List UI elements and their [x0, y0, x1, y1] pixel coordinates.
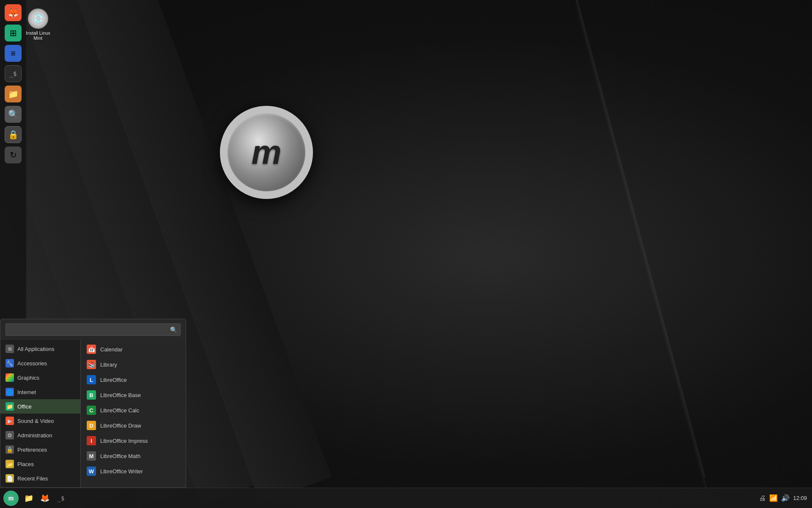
app-calendar[interactable]: 📅 Calendar: [81, 342, 186, 357]
category-all[interactable]: ⊞ All Applications: [0, 342, 80, 356]
category-all-label: All Applications: [17, 346, 54, 352]
administration-icon: ⚙: [5, 431, 14, 439]
menu-apps-list: 📅 Calendar 📚 Library L LibreOffice B Lib…: [81, 340, 186, 487]
libreoffice-calc-icon: C: [87, 406, 96, 415]
office-icon: 📁: [5, 402, 14, 411]
libreoffice-math-icon: M: [87, 451, 96, 461]
app-libreoffice-math[interactable]: M LibreOffice Math: [81, 448, 186, 464]
app-libreoffice-impress[interactable]: I LibreOffice Impress: [81, 433, 186, 448]
app-libreoffice-writer[interactable]: W LibreOffice Writer: [81, 464, 186, 479]
files-taskbar-icon: 📁: [24, 494, 33, 503]
category-sound-video-label: Sound & Video: [17, 418, 54, 424]
places-icon: 📂: [5, 460, 14, 468]
category-recent-files-label: Recent Files: [17, 475, 48, 482]
category-preferences[interactable]: 🔒 Preferences: [0, 442, 80, 457]
app-libreoffice[interactable]: L LibreOffice: [81, 372, 186, 387]
category-administration-label: Administration: [17, 432, 52, 439]
libreoffice-base-icon: B: [87, 390, 96, 400]
app-libreoffice-draw[interactable]: D LibreOffice Draw: [81, 418, 186, 433]
volume-icon[interactable]: 🔊: [781, 494, 790, 502]
category-preferences-label: Preferences: [17, 447, 47, 453]
sidebar-item-terminal[interactable]: _$: [5, 65, 22, 82]
all-apps-icon: ⊞: [5, 345, 14, 353]
install-linux-mint-label: Install Linux Mint: [21, 30, 55, 41]
app-libreoffice-calc-label: LibreOffice Calc: [100, 407, 139, 414]
terminal-taskbar-icon: _$: [58, 495, 65, 502]
app-menu: 🔍 ⊞ All Applications 🔧 Accessories Graph…: [0, 319, 186, 488]
calendar-icon: 📅: [87, 345, 96, 354]
taskbar: m 📁 🦊 _$ 🖨 📶 🔊 12:09: [0, 488, 812, 508]
sidebar-item-files[interactable]: 📁: [5, 86, 22, 102]
libreoffice-icon: L: [87, 375, 96, 384]
menu-categories: ⊞ All Applications 🔧 Accessories Graphic…: [0, 340, 81, 487]
libreoffice-impress-icon: I: [87, 436, 96, 445]
sidebar-item-lock[interactable]: 🔒: [5, 126, 22, 143]
app-libreoffice-base-label: LibreOffice Base: [100, 392, 141, 398]
menu-content: ⊞ All Applications 🔧 Accessories Graphic…: [0, 340, 186, 487]
mint-logo-letter: m: [251, 135, 281, 169]
recent-files-icon: 📄: [5, 474, 14, 483]
category-office[interactable]: 📁 Office: [0, 399, 80, 414]
sidebar-item-software-manager[interactable]: ⊞: [5, 25, 22, 41]
menu-search-bar: 🔍: [0, 319, 186, 340]
taskbar-firefox-button[interactable]: 🦊: [37, 491, 52, 506]
accessories-icon: 🔧: [5, 359, 14, 367]
desktop-icon-install[interactable]: 💿 Install Linux Mint: [21, 8, 55, 41]
sidebar-item-app8[interactable]: ↻: [5, 146, 22, 163]
category-internet[interactable]: 🌐 Internet: [0, 385, 80, 399]
category-administration[interactable]: ⚙ Administration: [0, 428, 80, 442]
libreoffice-draw-icon: D: [87, 421, 96, 430]
desktop: m 💿 Install Linux Mint 🦊 ⊞ ≡ _$ 📁 🔍 🔒 ↻ …: [0, 0, 812, 508]
category-accessories-label: Accessories: [17, 360, 47, 367]
app-libreoffice-label: LibreOffice: [100, 377, 127, 383]
app-library[interactable]: 📚 Library: [81, 357, 186, 372]
internet-icon: 🌐: [5, 388, 14, 396]
mint-logo: m: [211, 93, 321, 212]
taskbar-files-button[interactable]: 📁: [21, 491, 36, 506]
sidebar-item-firefox[interactable]: 🦊: [5, 4, 22, 21]
install-linux-mint-icon: 💿: [28, 8, 48, 29]
network-icon[interactable]: 📶: [769, 494, 778, 502]
app-calendar-label: Calendar: [100, 346, 123, 353]
libreoffice-writer-icon: W: [87, 467, 96, 476]
printer-icon[interactable]: 🖨: [759, 494, 766, 502]
category-places[interactable]: 📂 Places: [0, 457, 80, 471]
firefox-taskbar-icon: 🦊: [40, 494, 49, 503]
bg-blade-r3: [576, 8, 709, 500]
sidebar-item-search[interactable]: 🔍: [5, 106, 22, 123]
taskbar-right: 🖨 📶 🔊 12:09: [754, 494, 812, 502]
category-recent-files[interactable]: 📄 Recent Files: [0, 471, 80, 486]
category-office-label: Office: [17, 403, 32, 410]
category-graphics-label: Graphics: [17, 375, 39, 381]
taskbar-left: m 📁 🦊 _$: [0, 491, 70, 506]
app-libreoffice-math-label: LibreOffice Math: [100, 453, 140, 459]
search-icon: 🔍: [170, 326, 177, 333]
app-libreoffice-writer-label: LibreOffice Writer: [100, 468, 143, 475]
app-libreoffice-draw-label: LibreOffice Draw: [100, 422, 141, 429]
preferences-icon: 🔒: [5, 445, 14, 454]
category-places-label: Places: [17, 461, 34, 467]
library-icon: 📚: [87, 360, 96, 369]
category-graphics[interactable]: Graphics: [0, 370, 80, 385]
bg-blades-right: [304, 0, 812, 508]
app-libreoffice-base[interactable]: B LibreOffice Base: [81, 387, 186, 403]
category-accessories[interactable]: 🔧 Accessories: [0, 356, 80, 370]
clock: 12:09: [793, 495, 807, 501]
sound-video-icon: ▶: [5, 417, 14, 425]
mint-menu-button[interactable]: m: [3, 491, 19, 506]
category-internet-label: Internet: [17, 389, 36, 395]
graphics-icon: [5, 373, 14, 382]
category-sound-video[interactable]: ▶ Sound & Video: [0, 414, 80, 428]
mint-menu-icon: m: [8, 495, 14, 502]
search-input[interactable]: [5, 323, 181, 336]
search-wrapper: 🔍: [5, 323, 181, 336]
taskbar-terminal-button[interactable]: _$: [53, 491, 69, 506]
sidebar-item-app3[interactable]: ≡: [5, 45, 22, 62]
mint-logo-ring: m: [220, 106, 313, 199]
app-libreoffice-impress-label: LibreOffice Impress: [100, 438, 148, 444]
app-libreoffice-calc[interactable]: C LibreOffice Calc: [81, 403, 186, 418]
app-library-label: Library: [100, 362, 117, 368]
